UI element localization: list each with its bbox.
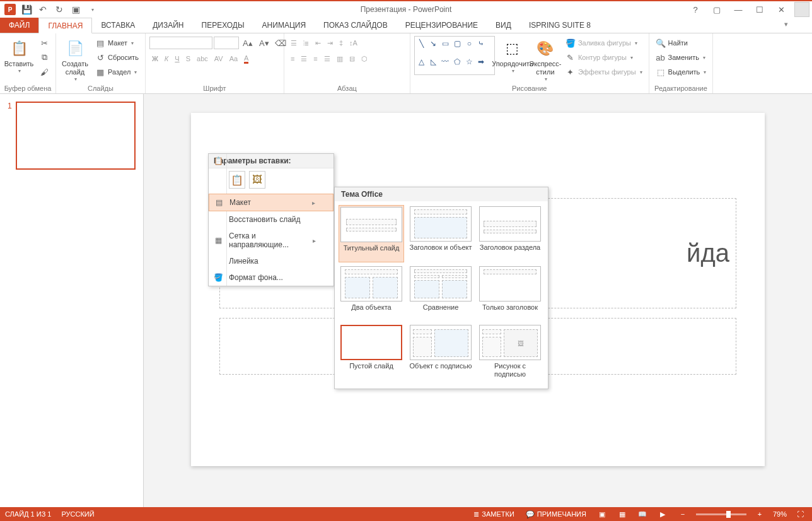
reading-view-button[interactable]: 📖 bbox=[635, 508, 649, 520]
minimize-button[interactable]: — bbox=[730, 3, 746, 16]
qat-customize-button[interactable]: ▾ bbox=[84, 3, 100, 16]
replace-button[interactable]: abЗаменить▾ bbox=[653, 50, 709, 64]
shape-freeform[interactable]: ⬠ bbox=[452, 56, 463, 67]
arrange-button[interactable]: ⬚ Упорядочить ▾ bbox=[497, 36, 528, 85]
find-button[interactable]: 🔍Найти bbox=[653, 36, 709, 50]
increase-font-button[interactable]: A▴ bbox=[240, 36, 255, 50]
layout-content-caption[interactable]: Объект с подписью bbox=[408, 324, 473, 380]
align-right-button[interactable]: ≡ bbox=[311, 52, 320, 66]
thumbnail-pane[interactable]: 1 bbox=[0, 94, 144, 507]
layout-button[interactable]: ▤Макет▾ bbox=[93, 36, 141, 50]
cut-button[interactable]: ✂ bbox=[37, 36, 52, 50]
shape-right-triangle[interactable]: ◺ bbox=[428, 56, 439, 67]
font-color-button[interactable]: A bbox=[241, 52, 251, 66]
font-size-select[interactable] bbox=[214, 37, 239, 49]
format-painter-button[interactable]: 🖌 bbox=[37, 65, 52, 79]
layout-title-only[interactable]: Только заголовок bbox=[477, 265, 543, 321]
layout-two-content[interactable]: Два объекта bbox=[339, 265, 404, 321]
layout-picture-caption[interactable]: 🖼 Рисунок с подписью bbox=[477, 324, 543, 380]
line-spacing-button[interactable]: ‡ bbox=[337, 36, 345, 50]
shape-connector[interactable]: ⤷ bbox=[476, 38, 487, 49]
align-text-button[interactable]: ⊟ bbox=[347, 52, 357, 66]
tab-home[interactable]: ГЛАВНАЯ bbox=[38, 18, 92, 33]
change-case-button[interactable]: Aa bbox=[227, 52, 240, 66]
new-slide-button[interactable]: 📄 Создать слайд ▾ bbox=[60, 36, 90, 85]
layout-comparison[interactable]: Сравнение bbox=[408, 265, 473, 321]
justify-button[interactable]: ☰ bbox=[322, 52, 333, 66]
slide-editor[interactable]: йда 📋 Параметры вставки: 📋 🖼 ▤ Макет ▸ В… bbox=[144, 94, 812, 507]
font-family-select[interactable] bbox=[149, 37, 212, 49]
shape-oval[interactable]: ○ bbox=[464, 38, 475, 49]
layout-blank[interactable]: Пустой слайд bbox=[339, 324, 404, 380]
shadow-button[interactable]: S bbox=[183, 52, 193, 66]
zoom-slider-thumb[interactable] bbox=[726, 511, 731, 518]
ctx-ruler[interactable]: Линейка bbox=[209, 253, 334, 269]
shape-curve[interactable]: 〰 bbox=[440, 56, 451, 67]
decrease-indent-button[interactable]: ⇤ bbox=[313, 36, 323, 50]
underline-button[interactable]: Ч bbox=[172, 52, 182, 66]
comments-button[interactable]: 💬ПРИМЕЧАНИЯ bbox=[523, 510, 589, 518]
ribbon-display-options-button[interactable]: ▢ bbox=[709, 3, 725, 16]
fit-to-window-button[interactable]: ⛶ bbox=[793, 508, 807, 520]
ctx-restore-slide[interactable]: Восстановить слайд bbox=[209, 211, 334, 228]
app-icon[interactable]: P bbox=[3, 3, 18, 16]
shape-outline-button[interactable]: ✎Контур фигуры▾ bbox=[563, 50, 645, 64]
language-indicator[interactable]: РУССКИЙ bbox=[61, 510, 94, 518]
tab-design[interactable]: ДИЗАЙН bbox=[144, 18, 192, 33]
text-direction-button[interactable]: ↕A bbox=[347, 36, 360, 50]
strikethrough-button[interactable]: abc bbox=[194, 52, 211, 66]
thumbnail-preview[interactable] bbox=[16, 102, 136, 170]
normal-view-button[interactable]: ▣ bbox=[595, 508, 609, 520]
bold-button[interactable]: Ж bbox=[149, 52, 161, 66]
start-from-beginning-button[interactable]: ▣ bbox=[68, 3, 83, 16]
shape-arrow-right[interactable]: ➡ bbox=[476, 56, 487, 67]
ctx-format-background[interactable]: 🪣 Формат фона... bbox=[209, 269, 334, 286]
tab-animations[interactable]: АНИМАЦИЯ bbox=[253, 18, 315, 33]
tab-view[interactable]: ВИД bbox=[487, 18, 520, 33]
paste-button[interactable]: 📋 Вставить ▾ bbox=[4, 36, 34, 85]
slideshow-view-button[interactable]: ▶ bbox=[656, 508, 670, 520]
zoom-level[interactable]: 79% bbox=[773, 510, 787, 518]
collapse-ribbon-button[interactable]: ▾ bbox=[784, 20, 788, 28]
tab-insert[interactable]: ВСТАВКА bbox=[92, 18, 144, 33]
ctx-grid-guides[interactable]: ▦ Сетка и направляющие... ▸ bbox=[209, 228, 334, 253]
paste-picture-button[interactable]: 🖼 bbox=[249, 171, 265, 189]
smartart-button[interactable]: ⬡ bbox=[359, 52, 370, 66]
close-button[interactable]: ✕ bbox=[773, 3, 789, 16]
undo-button[interactable]: ↶ bbox=[35, 3, 50, 16]
char-spacing-button[interactable]: AV bbox=[212, 52, 226, 66]
zoom-slider[interactable] bbox=[696, 513, 746, 515]
layout-title-content[interactable]: Заголовок и объект bbox=[408, 205, 473, 262]
increase-indent-button[interactable]: ⇥ bbox=[325, 36, 335, 50]
zoom-out-button[interactable]: − bbox=[676, 508, 690, 520]
shape-line[interactable]: ╲ bbox=[416, 38, 427, 49]
bullets-button[interactable]: ☰ bbox=[288, 36, 299, 50]
user-avatar[interactable] bbox=[794, 2, 809, 17]
tab-review[interactable]: РЕЦЕНЗИРОВАНИЕ bbox=[397, 18, 487, 33]
select-button[interactable]: ⬚Выделить▾ bbox=[653, 65, 709, 79]
tab-ispring[interactable]: ISPRING SUITE 8 bbox=[520, 18, 600, 33]
maximize-button[interactable]: ☐ bbox=[751, 3, 768, 16]
layout-title-slide[interactable]: Титульный слайд bbox=[339, 205, 404, 262]
tab-slideshow[interactable]: ПОКАЗ СЛАЙДОВ bbox=[315, 18, 397, 33]
reset-button[interactable]: ↺Сбросить bbox=[93, 50, 141, 64]
shape-fill-button[interactable]: 🪣Заливка фигуры▾ bbox=[563, 36, 645, 50]
shape-rounded-rect[interactable]: ▢ bbox=[452, 38, 463, 49]
numbering-button[interactable]: ⦙☰ bbox=[301, 36, 311, 50]
redo-button[interactable]: ↻ bbox=[52, 3, 67, 16]
shape-effects-button[interactable]: ✦Эффекты фигуры▾ bbox=[563, 65, 645, 79]
shapes-gallery[interactable]: ╲ ↘ ▭ ▢ ○ ⤷ △ ◺ 〰 ⬠ ☆ ➡ bbox=[414, 36, 495, 75]
align-left-button[interactable]: ≡ bbox=[288, 52, 297, 66]
save-button[interactable]: 💾 bbox=[19, 3, 34, 16]
tab-transitions[interactable]: ПЕРЕХОДЫ bbox=[193, 18, 253, 33]
notes-button[interactable]: ≣ЗАМЕТКИ bbox=[471, 510, 517, 518]
zoom-in-button[interactable]: + bbox=[753, 508, 767, 520]
shape-star[interactable]: ☆ bbox=[464, 56, 475, 67]
ctx-layout[interactable]: ▤ Макет ▸ bbox=[209, 194, 334, 211]
slide-counter[interactable]: СЛАЙД 1 ИЗ 1 bbox=[5, 510, 51, 518]
italic-button[interactable]: К bbox=[162, 52, 171, 66]
tab-file[interactable]: ФАЙЛ bbox=[0, 18, 38, 33]
shape-rect[interactable]: ▭ bbox=[440, 38, 451, 49]
layout-section-header[interactable]: Заголовок раздела bbox=[477, 205, 543, 262]
decrease-font-button[interactable]: A▾ bbox=[257, 36, 272, 50]
